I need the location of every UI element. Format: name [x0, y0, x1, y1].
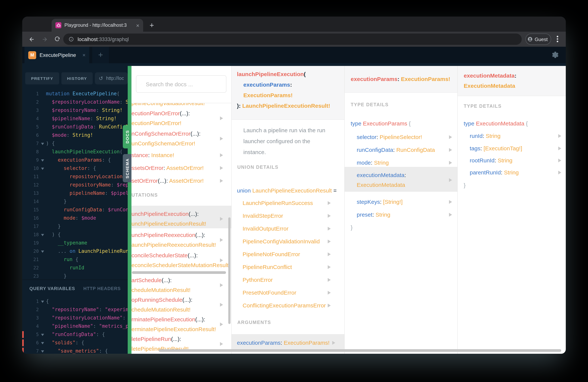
doc-row[interactable]: InvalidStepError	[243, 211, 283, 221]
fold-arrow-icon[interactable]	[41, 168, 44, 170]
tab-http-headers[interactable]: HTTP HEADERS	[84, 286, 121, 291]
fold-arrow-icon[interactable]	[41, 342, 44, 344]
code-line-7[interactable]: 7) {	[22, 139, 128, 148]
doc-row[interactable]: PipelineRunConflict	[243, 262, 292, 272]
fold-arrow-icon[interactable]	[41, 234, 44, 236]
doc-row[interactable]: launchPipelineExecution(	[237, 69, 306, 80]
doc-row[interactable]: preset: String	[357, 210, 390, 220]
info-icon[interactable]	[68, 37, 74, 42]
doc-row[interactable]: artSchedule(...):cheduleMutationResult!	[131, 276, 190, 295]
doc-row[interactable]: selector: PipelineSelector!	[357, 132, 422, 142]
doc-row[interactable]: parentRunId: String	[470, 168, 519, 177]
tab-close-icon[interactable]: ×	[136, 22, 139, 28]
doc-row[interactable]: runId: String	[470, 131, 501, 141]
doc-row[interactable]: }	[351, 223, 353, 233]
doc-row[interactable]: type ExecutionMetadata {	[464, 119, 528, 128]
expand-arrow-icon[interactable]	[332, 341, 335, 345]
expand-arrow-icon[interactable]	[220, 322, 223, 326]
fold-arrow-icon[interactable]	[41, 159, 44, 162]
expand-arrow-icon[interactable]	[449, 135, 452, 139]
variables-line-5[interactable]: 5 "runConfigData": {	[22, 330, 128, 339]
doc-row[interactable]: executionMetadata:	[464, 70, 516, 81]
endpoint-input[interactable]: ↺ http://loc	[95, 72, 128, 85]
doc-row[interactable]: executionParams: ExecutionParams!	[351, 74, 450, 84]
code-line-8[interactable]: 8 launchPipelineExecution(	[22, 148, 128, 156]
expand-arrow-icon[interactable]	[220, 153, 223, 157]
variables-editor[interactable]: 1{2 "repositoryName": "experimental",3 "…	[22, 297, 128, 354]
doc-row[interactable]: runConfigData: RunConfigData	[357, 145, 435, 155]
expand-arrow-icon[interactable]	[220, 238, 223, 242]
fold-arrow-icon[interactable]	[41, 143, 44, 145]
doc-row[interactable]: executionParams: ExecutionParams!	[237, 338, 330, 348]
expand-arrow-icon[interactable]	[220, 179, 223, 183]
code-line-10[interactable]: 10 selector: {	[22, 164, 128, 172]
history-button[interactable]: HISTORY	[62, 72, 93, 85]
column-vertical-scrollbar[interactable]	[228, 217, 231, 324]
code-line-14[interactable]: 14 }	[22, 197, 128, 206]
expand-arrow-icon[interactable]	[449, 200, 452, 204]
expand-arrow-icon[interactable]	[220, 116, 223, 120]
docs-search-input[interactable]	[145, 81, 222, 87]
expand-arrow-icon[interactable]	[449, 148, 452, 152]
docs-panel-edge[interactable]	[128, 66, 131, 354]
doc-row[interactable]: type ExecutionParams {	[351, 119, 411, 128]
address-bar[interactable]: localhost:3333/graphql	[63, 34, 522, 45]
expand-arrow-icon[interactable]	[449, 161, 452, 165]
code-line-18[interactable]: 18 ) {	[22, 231, 128, 239]
browser-menu-icon[interactable]	[557, 36, 558, 42]
column-horizontal-scrollbar[interactable]	[132, 271, 226, 274]
reload-icon[interactable]	[52, 34, 63, 45]
expand-arrow-icon[interactable]	[220, 217, 223, 221]
variables-line-4[interactable]: 4 "pipelineName": "metrics_pipeline",	[22, 322, 128, 330]
doc-row[interactable]: ConflictingExecutionParamsError	[243, 301, 326, 310]
fold-arrow-icon[interactable]	[41, 334, 44, 336]
doc-row[interactable]: opRunningSchedule(...):cheduleMutationRe…	[131, 295, 192, 315]
session-close-icon[interactable]: ×	[83, 52, 85, 58]
expand-arrow-icon[interactable]	[558, 147, 561, 150]
doc-row[interactable]: tags: [ExecutionTag!]	[470, 144, 522, 153]
expand-arrow-icon[interactable]	[220, 342, 223, 346]
doc-row[interactable]: LaunchPipelineRunSuccess	[243, 198, 313, 208]
code-line-17[interactable]: 17 }	[22, 222, 128, 231]
doc-row[interactable]: ): LaunchPipelineExecutionResult!	[237, 101, 330, 111]
docs-horizontal-scrollbar[interactable]	[159, 349, 561, 352]
expand-arrow-icon[interactable]	[449, 178, 452, 182]
doc-row[interactable]: PipelineNotFoundError	[243, 249, 300, 259]
expand-arrow-icon[interactable]	[328, 201, 331, 205]
doc-row[interactable]: stance: Instance!	[131, 150, 174, 160]
expand-arrow-icon[interactable]	[328, 304, 331, 307]
doc-row[interactable]: nConfigSchemaOrError(...):unConfigSchema…	[131, 129, 201, 149]
doc-row[interactable]: rminatePipelineExecution(...):erminatePi…	[131, 315, 216, 334]
profile-button[interactable]: Guest	[525, 34, 551, 45]
variables-line-6[interactable]: 6 "solids": {	[22, 339, 128, 347]
docs-search[interactable]	[136, 75, 226, 93]
tab-docs[interactable]: DOCS	[123, 125, 131, 149]
code-line-5[interactable]: 5 $runConfigData: RunConfigData!	[22, 123, 128, 131]
doc-row[interactable]: concileSchedulerState(...):econcileSched…	[131, 251, 230, 270]
code-line-21[interactable]: 21 run {	[22, 255, 128, 264]
query-editor[interactable]: 1mutation ExecutePipeline(2 $repositoryL…	[22, 63, 128, 279]
doc-row[interactable]: ExecutionMetadata	[464, 81, 515, 91]
code-line-13[interactable]: 13 pipelineName: $pipelineName	[22, 189, 128, 197]
doc-row[interactable]: PresetNotFoundError	[243, 288, 296, 297]
variables-line-1[interactable]: 1{	[22, 297, 128, 305]
tab-query-variables[interactable]: QUERY VARIABLES	[29, 286, 75, 291]
code-line-20[interactable]: 20 ... on LaunchPipelineRunSuccess	[22, 247, 128, 255]
fold-arrow-icon[interactable]	[41, 251, 44, 253]
code-line-9[interactable]: 9 executionParams: {	[22, 156, 128, 164]
code-line-19[interactable]: 19 __typename	[22, 239, 128, 247]
doc-row[interactable]: ecutionPlanOrError(...):ecutionPlanOrErr…	[131, 108, 190, 128]
variables-line-3[interactable]: 3 "repositoryLocationName": "dagster",	[22, 314, 128, 322]
expand-arrow-icon[interactable]	[328, 265, 331, 269]
doc-row[interactable]: rootRunId: String	[470, 156, 512, 165]
doc-row[interactable]: executionParams:	[243, 80, 292, 90]
doc-row[interactable]: InvalidOutputError	[243, 224, 288, 233]
code-line-2[interactable]: 2 $repositoryLocationName: String!	[22, 98, 128, 106]
expand-arrow-icon[interactable]	[558, 159, 561, 162]
code-line-23[interactable]: 23 }	[22, 272, 128, 279]
expand-arrow-icon[interactable]	[220, 137, 223, 141]
expand-arrow-icon[interactable]	[328, 227, 331, 231]
expand-arrow-icon[interactable]	[328, 240, 331, 243]
endpoint-reload-icon[interactable]: ↺	[99, 75, 103, 81]
doc-row[interactable]: PythonError	[243, 275, 273, 285]
